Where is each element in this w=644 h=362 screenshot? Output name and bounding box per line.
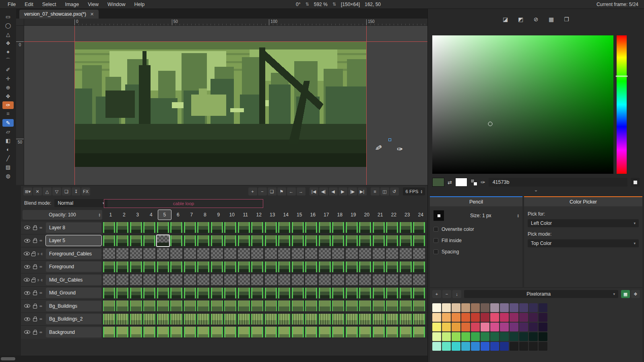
cel-bg-buildings-4[interactable] [143, 300, 157, 312]
frame-header-1[interactable]: 1 [104, 210, 118, 220]
cel-mid-ground-12[interactable] [251, 287, 264, 299]
rotation-spinner-icon[interactable]: ⇅ [305, 2, 309, 7]
cel-background-3[interactable] [129, 326, 143, 338]
spin-down-icon[interactable]: ▾ [517, 216, 519, 218]
cel-bg-buildings-2-2[interactable] [116, 313, 130, 325]
cel-mid-gr-cables-2[interactable] [116, 274, 130, 286]
import-palette-button[interactable]: ↓ [452, 290, 461, 298]
palette-swatch[interactable] [461, 303, 470, 312]
frame-header-6[interactable]: 6 [171, 210, 185, 220]
zoom-spinner-icon[interactable]: ⇅ [332, 2, 336, 7]
layer-lock-icon[interactable] [33, 331, 37, 335]
btn-remove-frame[interactable]: − [258, 187, 267, 195]
palette-swatch[interactable] [539, 313, 547, 322]
cel-layer-8-12[interactable] [251, 221, 264, 234]
palette-swatch[interactable] [432, 313, 441, 322]
layer-name[interactable]: Mid_Ground [46, 288, 101, 298]
frame-header-7[interactable]: 7 [185, 210, 198, 220]
cel-mid-gr-cables-10[interactable] [224, 274, 237, 286]
frame-header-11[interactable]: 11 [239, 210, 252, 220]
frame-header-22[interactable]: 22 [387, 210, 401, 220]
cel-foreground-15[interactable] [291, 261, 305, 273]
cel-foreground-23[interactable] [399, 261, 413, 273]
option-spacing[interactable]: Spacing [433, 249, 519, 255]
cel-layer-5-22[interactable] [386, 234, 399, 247]
frame-header-10[interactable]: 10 [225, 210, 239, 220]
tool-line[interactable]: ╱ [2, 154, 14, 162]
pick-for-select[interactable]: Left Color ▾ [528, 219, 639, 227]
cel-background-17[interactable] [318, 326, 332, 338]
cel-mid-ground-4[interactable] [143, 287, 157, 299]
palette-swatch[interactable] [442, 323, 451, 331]
cel-foreground-10[interactable] [224, 261, 237, 273]
cel-bg-buildings-8[interactable] [197, 300, 211, 312]
cel-layer-8-13[interactable] [264, 221, 278, 234]
cel-layer-5-12[interactable] [251, 234, 264, 247]
palette-swatch[interactable] [481, 342, 489, 351]
cel-bg-buildings-11[interactable] [237, 300, 251, 312]
cel-background-22[interactable] [386, 326, 399, 338]
pick-mode-select[interactable]: Top Color ▾ [528, 239, 639, 247]
palette-swatch[interactable] [461, 332, 470, 341]
cel-mid-ground-24[interactable] [413, 287, 426, 299]
palette-swatch[interactable] [510, 303, 518, 312]
cel-background-12[interactable] [251, 326, 264, 338]
layer-name[interactable]: Layer 8 [46, 222, 101, 233]
layer-name[interactable]: Foreground_Cables [46, 249, 101, 259]
cel-background-2[interactable] [116, 326, 130, 338]
cel-bg-buildings-2-8[interactable] [197, 313, 211, 325]
palette-swatch[interactable] [481, 323, 489, 331]
palette-swatch[interactable] [529, 332, 538, 341]
cel-mid-ground-5[interactable] [156, 287, 170, 299]
tool-eraser[interactable]: ▱ [2, 128, 14, 136]
hex-color-input[interactable]: 41573b [489, 178, 627, 187]
cel-bg-buildings-14[interactable] [278, 300, 291, 312]
cel-bg-buildings-2-13[interactable] [264, 313, 278, 325]
cel-foreground-12[interactable] [251, 261, 264, 273]
tool-move[interactable]: ✛ [2, 75, 14, 82]
cel-mid-gr-cables-12[interactable] [251, 274, 264, 286]
cel-bg-buildings-2-16[interactable] [305, 313, 318, 325]
cel-mid-ground-22[interactable] [386, 287, 399, 299]
cel-mid-ground-19[interactable] [345, 287, 359, 299]
menu-image[interactable]: Image [60, 2, 83, 7]
btn-play-backwards[interactable]: ◀ [329, 187, 338, 195]
cel-bg-buildings-2-4[interactable] [143, 313, 157, 325]
palette-swatch[interactable] [529, 313, 538, 322]
cel-layer-8-21[interactable] [372, 221, 386, 234]
cel-layer-8-18[interactable] [332, 221, 345, 234]
cel-layer-8-22[interactable] [386, 221, 399, 234]
frame-header-15[interactable]: 15 [293, 210, 306, 220]
cel-mid-ground-1[interactable] [102, 287, 116, 299]
layer-name[interactable]: Mid_Gr_Cables [46, 275, 101, 285]
palette-swatch[interactable] [510, 332, 518, 341]
cel-foreground-cables-14[interactable] [278, 247, 291, 260]
cel-foreground-cables-4[interactable] [143, 247, 157, 260]
palette-swatch[interactable] [481, 332, 489, 341]
palette-swatch[interactable] [500, 313, 509, 322]
cel-bg-buildings-2-18[interactable] [332, 313, 345, 325]
stamp-icon[interactable]: ❐ [561, 14, 573, 24]
cel-layer-5-18[interactable] [332, 234, 345, 247]
frame-header-13[interactable]: 13 [266, 210, 279, 220]
tool-shading[interactable]: ◐ [2, 146, 14, 153]
cel-mid-gr-cables-8[interactable] [197, 274, 211, 286]
cel-bg-buildings-2-3[interactable] [129, 313, 143, 325]
cel-bg-buildings-3[interactable] [129, 300, 143, 312]
cel-mid-gr-cables-19[interactable] [345, 274, 359, 286]
cel-background-18[interactable] [332, 326, 345, 338]
layer-link-icon[interactable]: ∞ [39, 291, 42, 295]
btn-move-frame-left[interactable]: ← [287, 187, 296, 195]
palette-swatch[interactable] [510, 313, 518, 322]
cel-foreground-cables-22[interactable] [386, 247, 399, 260]
cel-foreground-cables-11[interactable] [237, 247, 251, 260]
palette-swatch[interactable] [500, 303, 509, 312]
palette-swatch[interactable] [490, 303, 499, 312]
palette-swatch[interactable] [452, 313, 460, 322]
option-fill-inside[interactable]: Fill inside [433, 238, 519, 243]
cel-layer-8-1[interactable] [102, 221, 116, 234]
frame-header-5[interactable]: 5 [158, 210, 171, 220]
cel-foreground-8[interactable] [197, 261, 211, 273]
btn-loop[interactable]: ↺ [390, 187, 399, 195]
cel-bg-buildings-2-12[interactable] [251, 313, 264, 325]
